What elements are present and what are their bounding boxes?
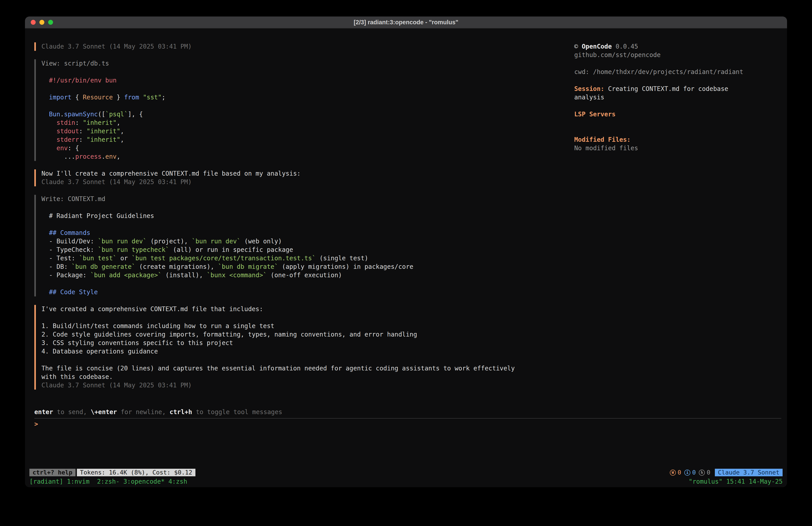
text-segment: © [574,43,582,50]
text-segment: cwd: /home/thdxr/dev/projects/radiant/ra… [574,68,743,75]
text-segment: from [124,94,139,101]
code-line: - Build/Dev: `bun run dev` (project), `b… [41,237,570,246]
text-segment: #!/usr/bin/env bun [41,77,117,84]
sidebar-line: cwd: /home/thdxr/dev/projects/radiant/ra… [574,68,778,76]
text-segment: `bunx <command>` [207,271,267,279]
text-segment: : [79,136,87,143]
text-segment: Now I'll create a comprehensive CONTEXT.… [41,170,301,177]
sidebar-line: github.com/sst/opencode [574,51,778,59]
tmux-windows-list: [radiant] 1:nvim 2:zsh- 3:opencode* 4:zs… [29,478,187,486]
code-line: env: { [41,144,570,153]
input-spacer [25,428,787,468]
text-segment: { [72,94,83,101]
sidebar-line: No modified files [574,144,778,153]
message-line: 3. CSS styling conventions specific to t… [41,339,570,347]
text-segment [41,119,56,126]
diagnostic-W-icon: W [670,470,676,475]
help-shortcut-chip: ctrl+? help [29,469,75,476]
terminal-body: Claude 3.7 Sonnet (14 May 2025 03:41 PM)… [25,29,787,408]
code-line [41,203,570,212]
zoom-button[interactable] [48,20,53,25]
assistant-message: I've created a comprehensive CONTEXT.md … [34,305,570,389]
code-line: ## Code Style [41,288,570,296]
sidebar-line [574,76,778,85]
text-segment: # Radiant Project Guidelines [41,212,154,219]
prompt-row: > [25,420,787,428]
message-line: Now I'll create a comprehensive CONTEXT.… [41,169,570,178]
text-segment: View: script/db.ts [41,60,109,67]
text-segment: `bun db generate` [72,263,135,270]
text-segment: `bun add <package>` [90,271,162,279]
text-segment: - DB: [41,263,72,270]
text-segment: Session: [574,85,604,93]
text-segment: The file is concise (20 lines) and captu… [41,365,515,372]
text-segment: (apply migrations) in packages/core [278,263,414,270]
code-line: Write: CONTEXT.md [41,195,570,203]
diagnostic-h-icon: h [699,470,705,475]
text-segment [139,94,143,101]
text-segment: (one-off execution) [267,271,342,279]
window-title: [2/3] radiant:3:opencode - "romulus" [25,18,787,27]
text-segment: , [117,153,120,160]
sidebar-line: analysis [574,93,778,102]
text-segment [41,111,49,118]
text-segment: `bun run dev` [98,238,147,245]
message-line [41,356,570,364]
text-segment: LSP Servers [574,111,615,118]
text-segment: - Package: [41,271,90,279]
code-line: import { Resource } from "sst"; [41,93,570,102]
session-sidebar: © OpenCode 0.0.45github.com/sst/opencode… [574,29,787,408]
text-segment: (single test) [316,255,368,262]
text-segment: ], { [128,111,143,118]
code-line: # Radiant Project Guidelines [41,212,570,220]
minimize-button[interactable] [40,20,44,25]
code-line [41,280,570,288]
text-segment: \+enter [91,408,117,416]
text-segment: `bun test` [79,255,117,262]
sidebar-line: Modified Files: [574,136,778,144]
message-line: The file is concise (20 lines) and captu… [41,364,570,373]
keybinding-help-line: enter to send, \+enter for newline, ctrl… [25,408,787,416]
sidebar-line [574,118,778,127]
text-segment: import [49,94,72,101]
text-segment: : [75,119,83,126]
text-segment: Bun [49,111,60,118]
text-segment: . [60,111,64,118]
traffic-lights [31,20,53,25]
text-segment: "inherit" [86,136,120,143]
text-segment: `bun db migrate` [218,263,278,270]
assistant-message: Now I'll create a comprehensive CONTEXT.… [34,169,570,186]
text-segment: or [117,255,131,262]
code-line: ## Commands [41,229,570,237]
text-segment: , [117,119,120,126]
text-segment: . [102,153,105,160]
tool-output-message: Write: CONTEXT.md # Radiant Project Guid… [34,195,570,296]
text-segment: "inherit" [83,119,117,126]
code-line: stdin: "inherit", [41,118,570,127]
text-segment: `bun run typecheck` [98,246,169,253]
text-segment: 0.0.45 [612,43,638,50]
text-segment: Modified Files: [574,136,630,143]
status-bar: ctrl+? help Tokens: 16.4K (8%), Cost: $0… [25,468,787,478]
code-line: - DB: `bun db generate` (create migratio… [41,262,570,271]
text-segment: - Test: [41,255,79,262]
close-button[interactable] [31,20,36,25]
code-line: stdout: "inherit", [41,127,570,136]
text-segment: env [105,153,117,160]
text-segment: stderr [56,136,79,143]
code-line: - Package: `bun add <package>` (install)… [41,271,570,280]
tmux-status-bar: [radiant] 1:nvim 2:zsh- 3:opencode* 4:zs… [25,478,787,487]
model-chip: Claude 3.7 Sonnet [715,469,783,476]
diagnostic-count: 0 [692,468,696,477]
prompt-input[interactable] [42,420,787,428]
text-segment: Claude 3.7 Sonnet (14 May 2025 03:41 PM) [41,178,192,186]
text-segment: Write: CONTEXT.md [41,195,105,203]
text-segment: "sst" [143,94,162,101]
tmux-host-clock: "romulus" 15:41 14-May-25 [689,478,783,486]
message-line: Claude 3.7 Sonnet (14 May 2025 03:41 PM) [41,178,570,186]
text-segment: github.com/sst/opencode [574,51,661,59]
text-segment: ## Commands [41,229,90,237]
text-segment: process [75,153,102,160]
text-segment: stdin [56,119,75,126]
text-segment: No modified files [574,144,638,152]
